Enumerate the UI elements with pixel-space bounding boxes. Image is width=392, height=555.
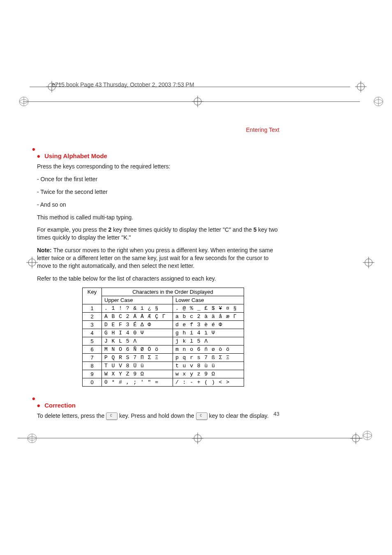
table-cell-upper: P Q R S 7 Π Σ Ξ [102, 353, 173, 362]
table-cell-key: 5 [83, 337, 102, 345]
table-cell-lower: w x y z 9 Ω [173, 370, 244, 378]
list-item-label: And so on [40, 201, 66, 208]
table-cell-lower: j k l 5 Λ [173, 337, 244, 345]
table-row: 1. 1 ! ? & i ¿ §. @ % _ £ $ ¥ ¤ § [83, 304, 244, 312]
section-heading-correction: •• Correction [37, 395, 279, 409]
table-cell-lower: p q r s 7 ß Σ Ξ [173, 353, 244, 362]
table-cell-key: 9 [83, 370, 102, 378]
page-number: 43 [37, 411, 279, 417]
character-table: Key Characters in the Order Displayed Up… [82, 288, 244, 387]
list-item-label: Twice for the second letter [40, 189, 107, 195]
table-row: 00 * # , ; ' " =/ : - + ( ) < > [83, 378, 244, 386]
paragraph: Press the keys corresponding to the requ… [37, 163, 279, 170]
paragraph-example: For example, you press the 2 key three t… [37, 226, 279, 242]
text-run: key three times quickly to display the l… [111, 226, 253, 233]
list-item: - Twice for the second letter [37, 188, 279, 196]
note-label: Note: [37, 247, 53, 253]
registration-globe-icon [362, 430, 373, 443]
registration-globe-icon [26, 433, 38, 444]
table-cell-upper: J K L 5 Λ [102, 337, 173, 345]
table-row: 6M N O 6 Ñ Ø Ö öm n o 6 ñ ø ò ö [83, 345, 244, 353]
registration-globe-icon [373, 96, 384, 107]
table-header-upper: Upper Case [102, 296, 173, 304]
registration-globe-icon [18, 96, 30, 107]
paragraph-note: Note: The cursor moves to the right when… [37, 246, 279, 270]
table-row: 8T U V 8 Ü üt u v 8 ù ü [83, 362, 244, 370]
table-cell-upper: A B C 2 Ä Å Æ Ç Γ [102, 312, 173, 320]
table-header-key: Key [83, 288, 102, 304]
table-cell-lower: a b c 2 à ä å æ Γ [173, 312, 244, 320]
table-row: 2A B C 2 Ä Å Æ Ç Γa b c 2 à ä å æ Γ [83, 312, 244, 320]
table-cell-upper: D E F 3 É Δ Φ [102, 320, 173, 329]
note-body: The cursor moves to the right when you p… [37, 247, 273, 269]
table-cell-key: 8 [83, 362, 102, 370]
table-cell-upper: T U V 8 Ü ü [102, 362, 173, 370]
table-cell-lower: g h i 4 ì Ψ [173, 329, 244, 337]
crop-line [18, 438, 363, 438]
table-cell-upper: G H I 4 Θ Ψ [102, 329, 173, 337]
table-cell-key: 6 [83, 345, 102, 353]
section-title: Correction [44, 402, 76, 409]
table-cell-upper: M N O 6 Ñ Ø Ö ö [102, 345, 173, 353]
table-cell-upper: . 1 ! ? & i ¿ § [102, 304, 173, 312]
list-item: - And so on [37, 201, 279, 209]
table-cell-lower: t u v 8 ù ü [173, 362, 244, 370]
table-cell-upper: W X Y Z 9 Ω [102, 370, 173, 378]
bullet-icon: • [37, 154, 43, 159]
bullet-icon: • [37, 404, 43, 408]
table-row: 7P Q R S 7 Π Σ Ξp q r s 7 ß Σ Ξ [83, 353, 244, 362]
running-title: Entering Text [37, 127, 279, 133]
table-cell-lower: . @ % _ £ $ ¥ ¤ § [173, 304, 244, 312]
table-cell-key: 3 [83, 320, 102, 329]
registration-mark-icon [192, 96, 203, 107]
registration-mark-icon [363, 257, 374, 268]
crop-line [23, 101, 360, 102]
registration-mark-icon [350, 433, 362, 444]
page-content: Entering Text •• Using Alphabet Mode Pre… [37, 127, 279, 425]
list-item-label: Once for the first letter [41, 176, 98, 182]
paragraph: This method is called multi-tap typing. [37, 214, 279, 221]
book-header-text: e715.book Page 43 Thursday, October 2, 2… [52, 81, 194, 88]
table-cell-lower: / : - + ( ) < > [173, 378, 244, 386]
table-cell-key: 1 [83, 304, 102, 312]
table-cell-lower: d e f 3 è é Φ [173, 320, 244, 329]
registration-mark-icon [192, 433, 203, 444]
text-run: For example, you press the [37, 226, 108, 233]
table-header-span: Characters in the Order Displayed [102, 288, 244, 296]
list-item: - Once for the first letter [37, 175, 279, 183]
table-cell-lower: m n o 6 ñ ø ò ö [173, 345, 244, 353]
table-cell-key: 4 [83, 329, 102, 337]
table-row: 3D E F 3 É Δ Φd e f 3 è é Φ [83, 320, 244, 329]
table-cell-upper: 0 * # , ; ' " = [102, 378, 173, 386]
paragraph: Refer to the table below for the list of… [37, 275, 279, 283]
table-cell-key: 7 [83, 353, 102, 362]
section-heading-alphabet-mode: •• Using Alphabet Mode [37, 145, 279, 159]
table-row: 5J K L 5 Λj k l 5 Λ [83, 337, 244, 345]
table-row: 4G H I 4 Θ Ψg h i 4 ì Ψ [83, 329, 244, 337]
table-header-lower: Lower Case [173, 296, 244, 304]
table-cell-key: 2 [83, 312, 102, 320]
registration-mark-icon [26, 257, 38, 268]
table-cell-key: 0 [83, 378, 102, 386]
registration-mark-icon [355, 81, 367, 92]
table-row: 9W X Y Z 9 Ωw x y z 9 Ω [83, 370, 244, 378]
section-title: Using Alphabet Mode [44, 152, 107, 159]
